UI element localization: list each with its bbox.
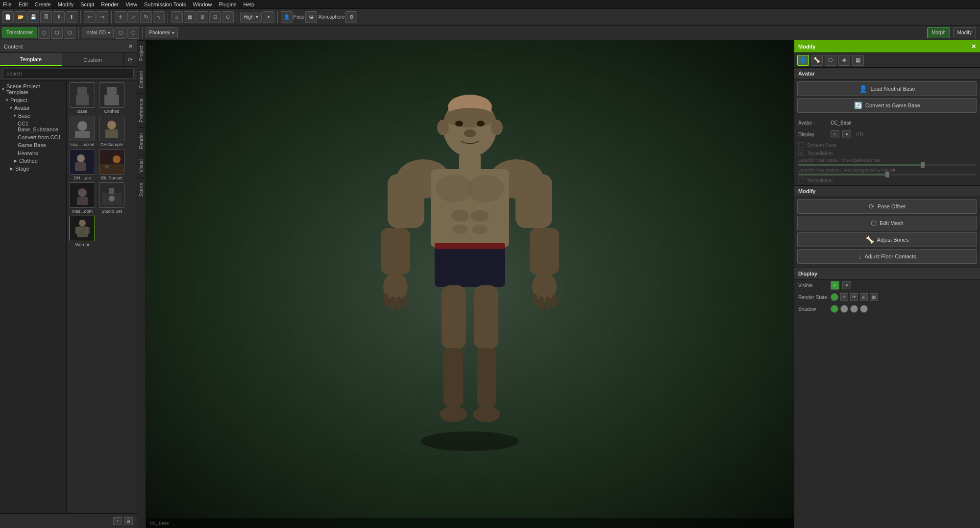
toolbar-select[interactable]: ✛ [115, 11, 126, 23]
tree-scene-project[interactable]: ▾ Scene Project Template [0, 82, 66, 96]
shadow-white1[interactable] [840, 305, 848, 313]
tree-stage[interactable]: ▶ Stage [0, 165, 66, 173]
tree-cc1-base[interactable]: CC1 Base_Substance [0, 120, 66, 133]
content-refresh-button[interactable]: ⟳ [124, 53, 137, 66]
thumb-mas[interactable]: Mas...oom [69, 182, 96, 214]
render-state-grid[interactable]: ▦ [870, 293, 878, 301]
convert-to-game-base-button[interactable]: 🔄 Convert to Game Base [797, 98, 977, 113]
modify-icon-person[interactable]: 👤 [797, 55, 809, 66]
toolbar2-icon2[interactable]: ⬡ [51, 27, 63, 39]
menu-file[interactable]: File [3, 1, 12, 7]
slider-pos-bottom-handle[interactable] [885, 172, 889, 177]
quality-dropdown[interactable]: High ▾ [240, 12, 262, 23]
toolbar-atmosphere-icon[interactable]: 🌤 [305, 11, 317, 23]
toolbar-home[interactable]: ⌂ [171, 11, 183, 23]
tab-custom[interactable]: Custom [62, 53, 124, 66]
vtab-render[interactable]: Render [137, 127, 146, 154]
toolbar-rotate[interactable]: ↻ [140, 11, 152, 23]
menu-view[interactable]: View [125, 1, 137, 7]
thumb-ibl[interactable]: IBL Sunset [98, 149, 125, 180]
pose-offset-button[interactable]: ⟳ Pose Offset [797, 199, 977, 214]
menu-submission-tools[interactable]: Submission Tools [144, 1, 186, 7]
viewport[interactable]: CC_Base [146, 40, 794, 528]
vtab-visual[interactable]: Visual [137, 154, 146, 177]
edit-mesh-button[interactable]: ⬡ Edit Mesh [797, 216, 977, 230]
thumb-clothed[interactable]: Clothed [98, 82, 125, 114]
slider-near-base-track[interactable] [798, 164, 976, 166]
toolbar-new[interactable]: 📄 [2, 11, 14, 23]
shadow-white2[interactable] [850, 305, 858, 313]
modify-icon-bone[interactable]: 🦴 [811, 55, 823, 66]
modify-panel-close[interactable]: ✕ [971, 43, 976, 50]
morph-mode-button[interactable]: Modify [953, 27, 976, 38]
tessellation-checkbox2[interactable] [798, 177, 804, 183]
visible-dropdown-btn[interactable]: ▾ [842, 281, 851, 289]
adjust-bones-button[interactable]: 🦴 Adjust Bones [797, 232, 977, 247]
menu-render[interactable]: Render [101, 1, 119, 7]
display-plus-btn[interactable]: + [831, 130, 839, 138]
render-state-green[interactable] [831, 293, 838, 301]
slider-near-base-handle[interactable] [921, 162, 925, 168]
thumb-base[interactable]: Base [69, 82, 96, 114]
tree-clothed[interactable]: ▶ Clothed [0, 157, 66, 165]
adjust-floor-contacts-button[interactable]: ↓ Adjust Floor Contacts [797, 249, 977, 264]
thumb-studio[interactable]: Studio Set [98, 182, 125, 214]
menu-help[interactable]: Help [244, 1, 255, 7]
toolbar-light[interactable]: ✦ [263, 11, 274, 23]
vtab-preference[interactable]: Preference [137, 93, 146, 127]
toolbar-open[interactable]: 📂 [15, 11, 26, 23]
transformer-button[interactable]: Transformer [2, 27, 37, 38]
toolbar-import[interactable]: ⬇ [53, 11, 65, 23]
modify-icon-material[interactable]: ◈ [838, 55, 850, 66]
tree-game-base[interactable]: Game Base [0, 141, 66, 149]
vtab-scene[interactable]: Scene [137, 177, 146, 201]
toolbar-redo[interactable]: ↪ [97, 11, 108, 23]
menu-modify[interactable]: Modify [58, 1, 74, 7]
toolbar-settings-icon[interactable]: ⚙ [345, 11, 357, 23]
search-input[interactable] [3, 69, 134, 78]
tree-avatar[interactable]: ▾ Avatar [0, 104, 66, 112]
slider-pos-bottom-track[interactable] [798, 174, 976, 176]
toolbar-target[interactable]: ⊙ [222, 11, 234, 23]
modify-icon-grid[interactable]: ▦ [852, 55, 864, 66]
vtab-project[interactable]: Project [137, 40, 146, 66]
shadow-white3[interactable] [860, 305, 868, 313]
thumb-dh-ale[interactable]: DH ...ale [69, 149, 96, 180]
tree-base[interactable]: ▾ Base [0, 112, 66, 120]
render-state-refresh[interactable]: ⟳ [840, 293, 848, 301]
tree-hivewire[interactable]: Hivewire [0, 149, 66, 157]
toolbar2-icon4[interactable]: ⬡ [115, 27, 126, 39]
toolbar-undo[interactable]: ↩ [84, 11, 96, 23]
modify-icon-mesh[interactable]: ⬡ [825, 55, 836, 66]
content-panel-close[interactable]: ✕ [128, 43, 133, 50]
thumb-dh-sample[interactable]: DH Sample [98, 116, 125, 147]
render-state-view[interactable]: 👁 [850, 293, 858, 301]
toolbar-save[interactable]: 💾 [27, 11, 39, 23]
load-neutral-base-button[interactable]: 👤 Load Neutral Base [797, 81, 977, 96]
expand-view-button[interactable]: ⊞ [124, 517, 133, 525]
toolbar-pose-icon[interactable]: 👤 [281, 11, 293, 23]
toolbar2-icon1[interactable]: ⬡ [38, 27, 50, 39]
tessellation-checkbox1[interactable] [798, 150, 804, 156]
toolbar-scale[interactable]: ⤡ [153, 11, 165, 23]
toolbar-magnet[interactable]: ⊡ [209, 11, 221, 23]
tree-project[interactable]: ▾ Project [0, 96, 66, 104]
toolbar-export[interactable]: ⬆ [66, 11, 77, 23]
menu-window[interactable]: Window [193, 1, 212, 7]
render-state-expand[interactable]: ⊞ [860, 293, 868, 301]
menu-script[interactable]: Script [80, 1, 94, 7]
toolbar-snap[interactable]: ⊞ [196, 11, 208, 23]
visible-plus-btn[interactable]: + [831, 281, 839, 290]
instalod-button[interactable]: InstaLOD ▾ [82, 27, 114, 38]
menu-create[interactable]: Create [35, 1, 51, 7]
toolbar-save-as[interactable]: 🗄 [40, 11, 52, 23]
toolbar-grid[interactable]: ▦ [184, 11, 196, 23]
add-item-button[interactable]: + [113, 517, 122, 525]
modify-mode-button[interactable]: Morph [927, 27, 950, 38]
menu-plugins[interactable]: Plugins [219, 1, 237, 7]
photoreal-dropdown[interactable]: Photoreal ▾ [146, 27, 178, 38]
tab-template[interactable]: Template [0, 53, 62, 66]
toolbar2-icon5[interactable]: ⬡ [127, 27, 139, 39]
smooth-base-checkbox[interactable] [798, 142, 804, 148]
toolbar2-icon3[interactable]: ⬡ [64, 27, 75, 39]
